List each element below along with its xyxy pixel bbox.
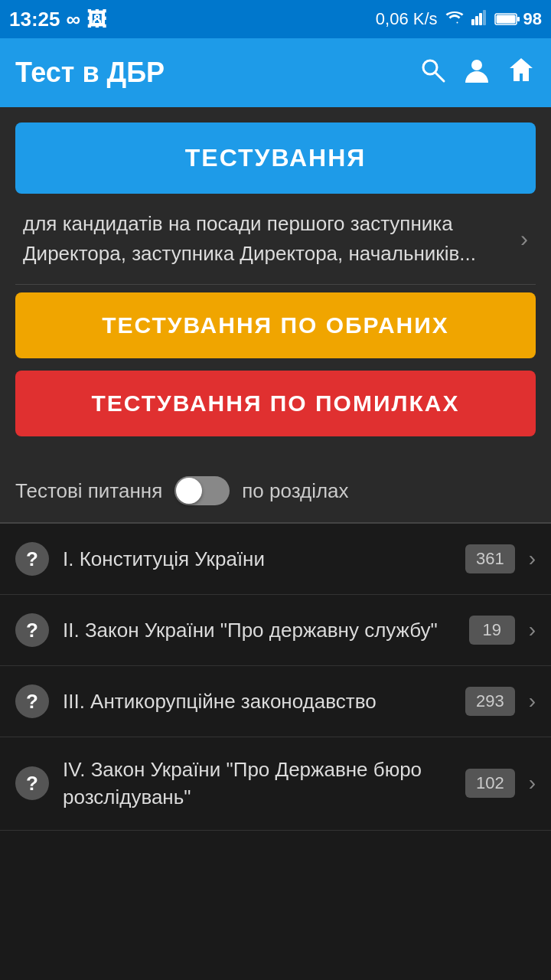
svg-rect-1	[475, 16, 478, 25]
question-icon: ?	[15, 766, 49, 800]
section-title: І. Конституція України	[63, 545, 452, 573]
image-icon: 🖼	[86, 8, 106, 31]
status-bar-left: 13:25 ∞ 🖼	[9, 8, 106, 31]
wifi-icon	[444, 8, 465, 30]
list-item[interactable]: ? IV. Закон України "Про Державне бюро р…	[0, 737, 551, 831]
svg-line-8	[435, 73, 444, 81]
toggle-suffix-label: по розділах	[242, 479, 348, 503]
profile-icon[interactable]	[462, 55, 491, 91]
list-item[interactable]: ? ІІ. Закон України "Про державну службу…	[0, 595, 551, 666]
app-title: Тест в ДБР	[15, 57, 403, 89]
svg-rect-6	[517, 17, 520, 21]
svg-rect-2	[479, 13, 482, 25]
btn-errors[interactable]: ТЕСТУВАННЯ ПО ПОМИЛКАХ	[15, 371, 536, 436]
chevron-right-icon: ›	[529, 618, 536, 642]
toggle-knob	[176, 478, 202, 504]
sections-list: ? І. Конституція України 361 › ? ІІ. Зак…	[0, 524, 551, 831]
description-chevron-icon: ›	[520, 226, 528, 252]
chevron-right-icon: ›	[529, 689, 536, 714]
list-item[interactable]: ? ІІІ. Антикорупційне законодавство 293 …	[0, 666, 551, 737]
chevron-right-icon: ›	[529, 771, 536, 795]
svg-rect-5	[496, 15, 515, 24]
signal-icon	[471, 8, 488, 30]
svg-rect-3	[483, 10, 486, 25]
app-bar: Тест в ДБР	[0, 38, 551, 107]
toggle-prefix-label: Тестові питання	[15, 479, 162, 503]
description-text: для кандидатів на посади першого заступн…	[23, 209, 513, 269]
list-item[interactable]: ? І. Конституція України 361 ›	[0, 524, 551, 595]
question-icon: ?	[15, 613, 49, 647]
toggle-row: Тестові питання по розділах	[0, 459, 551, 524]
time-display: 13:25	[9, 8, 60, 31]
status-bar-right: 0,06 K/s 98	[376, 8, 542, 30]
count-badge: 19	[469, 616, 515, 645]
count-badge: 293	[465, 687, 515, 716]
chevron-right-icon: ›	[529, 547, 536, 571]
infinity-icon: ∞	[67, 8, 81, 31]
description-row[interactable]: для кандидатів на посади першого заступн…	[15, 194, 536, 285]
question-icon: ?	[15, 542, 49, 576]
battery-level: 98	[523, 9, 542, 29]
status-bar: 13:25 ∞ 🖼 0,06 K/s 98	[0, 0, 551, 38]
section-title: IV. Закон України "Про Державне бюро роз…	[63, 756, 452, 812]
svg-rect-0	[471, 19, 474, 25]
svg-point-9	[471, 60, 482, 70]
btn-selected[interactable]: ТЕСТУВАННЯ ПО ОБРАНИХ	[15, 292, 536, 358]
home-icon[interactable]	[507, 55, 536, 91]
section-title: ІІ. Закон України "Про державну службу"	[63, 616, 455, 644]
count-badge: 361	[465, 544, 515, 573]
main-content: ТЕСТУВАННЯ для кандидатів на посади перш…	[0, 107, 551, 459]
speed-display: 0,06 K/s	[376, 9, 438, 29]
search-icon[interactable]	[418, 55, 447, 91]
test-button[interactable]: ТЕСТУВАННЯ	[15, 122, 536, 194]
toggle-switch[interactable]	[174, 476, 230, 505]
battery-container: 98	[494, 9, 542, 29]
count-badge: 102	[465, 769, 515, 798]
question-icon: ?	[15, 684, 49, 718]
section-title: ІІІ. Антикорупційне законодавство	[63, 688, 452, 715]
